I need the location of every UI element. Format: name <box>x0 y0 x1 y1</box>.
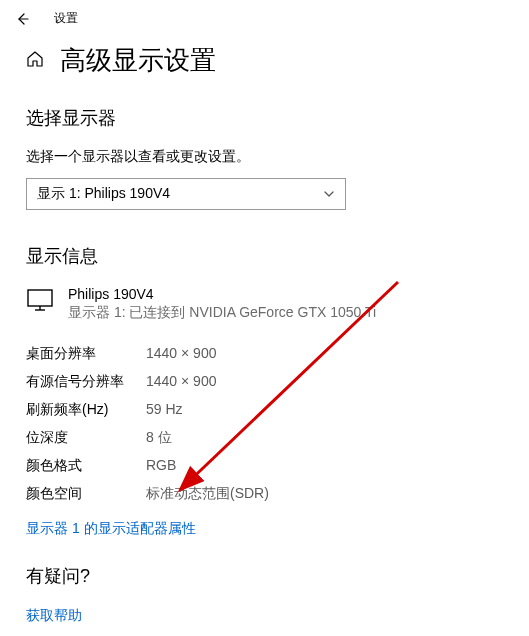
get-help-link[interactable]: 获取帮助 <box>26 607 82 625</box>
spec-value: 1440 × 900 <box>146 373 216 391</box>
back-icon[interactable] <box>14 11 30 27</box>
spec-label: 桌面分辨率 <box>26 345 146 363</box>
spec-label: 颜色空间 <box>26 485 146 503</box>
home-icon[interactable] <box>26 50 44 72</box>
monitor-row: Philips 190V4 显示器 1: 已连接到 NVIDIA GeForce… <box>26 286 503 322</box>
spec-label: 有源信号分辨率 <box>26 373 146 391</box>
dropdown-value: 显示 1: Philips 190V4 <box>37 185 170 203</box>
spec-value: 1440 × 900 <box>146 345 216 363</box>
spec-value: 8 位 <box>146 429 172 447</box>
spec-value: 59 Hz <box>146 401 183 419</box>
spec-table: 桌面分辨率 1440 × 900 有源信号分辨率 1440 × 900 刷新频率… <box>26 340 503 508</box>
monitor-icon <box>26 288 54 316</box>
spec-value: RGB <box>146 457 176 475</box>
section-heading-info: 显示信息 <box>26 244 503 268</box>
svg-rect-0 <box>28 290 52 306</box>
monitor-connection: 显示器 1: 已连接到 NVIDIA GeForce GTX 1050 Ti <box>68 304 376 322</box>
spec-row: 桌面分辨率 1440 × 900 <box>26 340 503 368</box>
select-display-subtext: 选择一个显示器以查看或更改设置。 <box>26 148 503 166</box>
display-dropdown[interactable]: 显示 1: Philips 190V4 <box>26 178 346 210</box>
spec-row: 有源信号分辨率 1440 × 900 <box>26 368 503 396</box>
page-title: 高级显示设置 <box>60 43 216 78</box>
spec-label: 位深度 <box>26 429 146 447</box>
titlebar-label: 设置 <box>54 10 78 27</box>
spec-row: 位深度 8 位 <box>26 424 503 452</box>
monitor-name: Philips 190V4 <box>68 286 376 302</box>
spec-label: 刷新频率(Hz) <box>26 401 146 419</box>
spec-row: 颜色格式 RGB <box>26 452 503 480</box>
section-heading-help: 有疑问? <box>26 564 503 588</box>
spec-row: 颜色空间 标准动态范围(SDR) <box>26 480 503 508</box>
spec-label: 颜色格式 <box>26 457 146 475</box>
chevron-down-icon <box>323 188 335 200</box>
section-heading-select: 选择显示器 <box>26 106 503 130</box>
spec-row: 刷新频率(Hz) 59 Hz <box>26 396 503 424</box>
titlebar: 设置 <box>0 0 529 35</box>
adapter-properties-link[interactable]: 显示器 1 的显示适配器属性 <box>26 520 196 538</box>
spec-value: 标准动态范围(SDR) <box>146 485 269 503</box>
